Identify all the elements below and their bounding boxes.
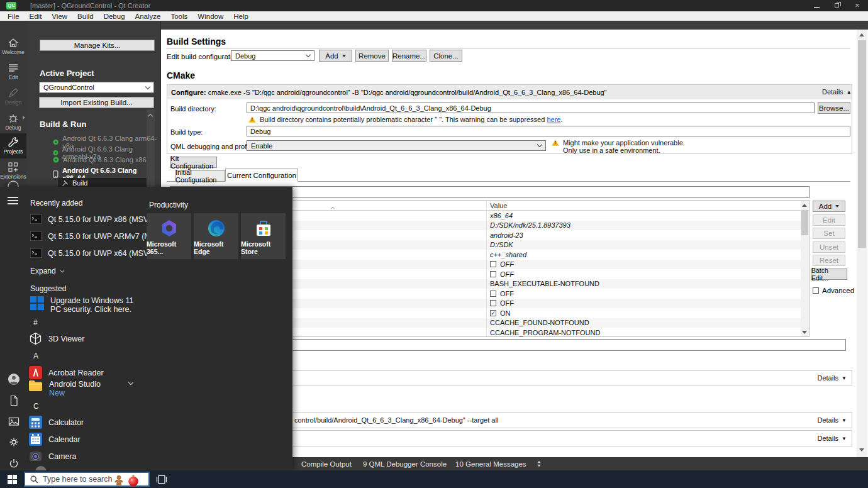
menu-analyze[interactable]: Analyze: [130, 13, 166, 20]
documents-icon[interactable]: [8, 394, 20, 407]
hamburger-icon[interactable]: [8, 195, 20, 208]
mode-edit[interactable]: Edit: [0, 60, 26, 84]
checkbox-unchecked[interactable]: [813, 287, 819, 294]
microsoft-365-icon: [160, 219, 179, 238]
build-type-input[interactable]: Debug: [247, 126, 850, 136]
mode-debug[interactable]: Debug: [0, 111, 26, 135]
qml-debugging-select[interactable]: Enable: [247, 140, 546, 151]
scroll-up-icon[interactable]: [802, 204, 807, 207]
expand-control[interactable]: Expand: [30, 267, 64, 275]
close-icon[interactable]: ×: [855, 1, 860, 10]
scroll-up-icon[interactable]: [859, 33, 864, 36]
details-toggle[interactable]: Details ▼: [817, 435, 847, 442]
table-scrollbar[interactable]: [801, 201, 809, 337]
chevron-down-icon[interactable]: [128, 380, 133, 385]
power-icon[interactable]: [8, 457, 20, 470]
config-select[interactable]: Debug: [231, 50, 314, 61]
checkbox-checked[interactable]: ✓: [490, 310, 496, 316]
section-letter-hash[interactable]: #: [33, 318, 38, 327]
scroll-up-icon[interactable]: [148, 114, 153, 119]
window-title: [master] - QGroundControl - Qt Creator: [30, 2, 150, 9]
qml-warning: Might make your application vulnerable.O…: [551, 139, 685, 154]
start-app-calendar[interactable]: Calendar: [29, 433, 81, 446]
tile-microsoft-store[interactable]: Microsoft Store: [241, 213, 286, 259]
settings-gear-icon[interactable]: [8, 436, 20, 448]
sort-asc-icon[interactable]: [331, 207, 335, 211]
add-config-button[interactable]: Add: [319, 50, 352, 62]
kit-item[interactable]: Android Qt 6.6.3 Clang x86: [53, 156, 147, 164]
scrollbar-thumb[interactable]: [858, 40, 866, 248]
details-toggle[interactable]: Details ▼: [817, 416, 847, 424]
tab-initial-configuration[interactable]: Initial Configuration: [175, 170, 225, 182]
advanced-toggle[interactable]: Advanced: [813, 287, 854, 294]
section-letter-a[interactable]: A: [33, 352, 38, 360]
tile-microsoft-edge[interactable]: Microsoft Edge: [194, 213, 238, 259]
browse-button[interactable]: Browse...: [818, 102, 850, 114]
start-app-acrobat-reader[interactable]: Acrobat Reader: [29, 366, 104, 379]
clone-config-button[interactable]: Clone...: [430, 50, 462, 62]
search-box[interactable]: Type here to search: [24, 472, 150, 487]
kit-status-icon: [53, 157, 59, 163]
menu-tools[interactable]: Tools: [165, 13, 192, 20]
start-app-android-studio[interactable]: Android StudioNew: [28, 380, 101, 397]
dropdown-arrow-icon: [342, 55, 346, 57]
build-dir-input[interactable]: D:\qgc android\qgroundcontrol\build\Andr…: [247, 103, 815, 113]
scrollbar-thumb[interactable]: [801, 210, 808, 235]
scroll-down-icon[interactable]: [859, 448, 864, 452]
mode-projects[interactable]: Projects: [0, 133, 26, 158]
scroll-down-icon[interactable]: [802, 331, 807, 334]
menu-debug[interactable]: Debug: [99, 13, 130, 20]
batch-edit-button[interactable]: Batch Edit...: [811, 269, 847, 280]
unset-variable-button: Unset: [813, 241, 845, 253]
tile-label: Microsoft Edge: [194, 240, 238, 255]
suppress-warning-link[interactable]: here: [547, 116, 560, 123]
start-app-camera[interactable]: Camera: [29, 450, 76, 463]
details-toggle[interactable]: Details ▼: [817, 374, 847, 382]
minimize-icon[interactable]: [814, 7, 820, 8]
start-app-3d-viewer[interactable]: 3D Viewer: [29, 332, 84, 345]
calendar-icon: [29, 433, 42, 446]
menu-file[interactable]: File: [3, 13, 25, 20]
tab-qml-debugger-console[interactable]: 9 QML Debugger Console: [363, 460, 447, 468]
start-button-icon[interactable]: [8, 475, 17, 484]
console-icon: [30, 214, 42, 224]
app-icon: QC: [6, 2, 16, 9]
add-variable-button[interactable]: Add: [813, 201, 845, 212]
table-cell-value: CCACHE_PROGRAM-NOTFOUND: [490, 329, 600, 336]
checkbox-unchecked[interactable]: [490, 261, 496, 267]
menu-view[interactable]: View: [47, 13, 72, 20]
section-letter-c[interactable]: C: [33, 402, 39, 411]
menu-window[interactable]: Window: [192, 13, 228, 20]
screen: QC [master] - QGroundControl - Qt Creato…: [0, 0, 868, 488]
mode-welcome[interactable]: Welcome: [0, 35, 26, 59]
tile-microsoft-365[interactable]: Microsoft 365...: [147, 213, 191, 259]
column-divider[interactable]: [486, 201, 487, 337]
checkbox-unchecked[interactable]: [490, 300, 496, 306]
home-icon: [7, 36, 19, 49]
remove-config-button[interactable]: Remove: [355, 50, 389, 62]
pictures-icon[interactable]: [8, 415, 20, 428]
tab-compile-output[interactable]: Compile Output: [301, 460, 352, 468]
rename-config-button[interactable]: Rename...: [392, 50, 426, 62]
kit-configuration-button[interactable]: Kit Configuration: [170, 157, 217, 168]
debug-bug-icon: [7, 112, 19, 125]
value-column-header[interactable]: Value: [490, 202, 507, 209]
main-scrollbar[interactable]: [857, 30, 867, 457]
checkbox-unchecked[interactable]: [490, 291, 496, 297]
user-icon[interactable]: [8, 373, 20, 385]
menu-help[interactable]: Help: [228, 13, 253, 20]
tab-current-configuration[interactable]: Current Configuration: [225, 169, 298, 182]
pane-resize-icon[interactable]: [537, 460, 542, 467]
menu-edit[interactable]: Edit: [25, 13, 47, 20]
tab-general-messages[interactable]: 10 General Messages: [455, 460, 526, 468]
cmake-details-toggle[interactable]: Details ▲: [822, 88, 852, 96]
checkbox-unchecked[interactable]: [490, 271, 496, 277]
upgrade-suggestion[interactable]: Upgrade to Windows 11PC security. Click …: [30, 296, 133, 314]
start-app-calculator[interactable]: Calculator: [29, 416, 84, 429]
import-build-button[interactable]: Import Existing Build...: [39, 97, 154, 108]
debug-submenu-arrow-icon[interactable]: [23, 116, 25, 119]
manage-kits-button[interactable]: Manage Kits...: [40, 40, 155, 51]
task-view-icon[interactable]: [156, 474, 167, 485]
menu-build[interactable]: Build: [72, 13, 99, 20]
project-select[interactable]: QGroundControl: [39, 82, 154, 93]
